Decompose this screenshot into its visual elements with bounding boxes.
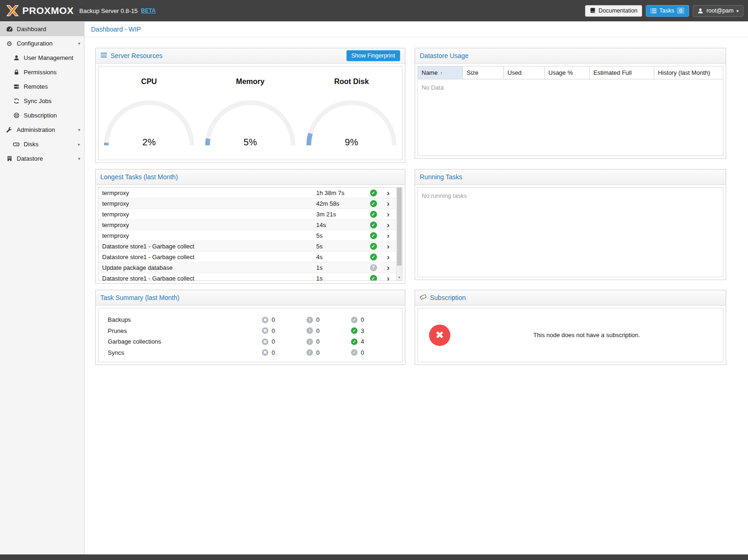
task-name: Update package database [102, 264, 316, 271]
show-fingerprint-button[interactable]: Show Fingerprint [346, 50, 401, 61]
task-row[interactable]: Datastore store1 - Garbage collect1s✓› [98, 273, 396, 280]
sidebar-item-remotes[interactable]: Remotes [0, 79, 84, 94]
scrollbar-thumb[interactable] [397, 188, 402, 266]
building-icon [6, 156, 13, 162]
chevron-right-icon[interactable]: › [380, 189, 396, 197]
longest-tasks-panel: Longest Tasks (last Month) termproxy1h 3… [95, 169, 405, 284]
error-count: 0 [272, 349, 275, 356]
task-duration: 3m 21s [316, 211, 366, 218]
sort-asc-icon: ↑ [440, 70, 443, 76]
sidebar-item-configuration[interactable]: ⚙ Configuration ▾ [0, 36, 84, 51]
page-header: Dashboard - WIP [85, 21, 748, 37]
sidebar-item-user-management[interactable]: User Management [0, 51, 84, 65]
sidebar-item-sync-jobs[interactable]: Sync Jobs [0, 94, 84, 108]
server-resources-panel: Server Resources Show Fingerprint CPU2%M… [95, 48, 405, 163]
life-ring-icon [13, 112, 20, 118]
column-header-history[interactable]: History (last Month) [654, 66, 723, 79]
task-row[interactable]: termproxy14s✓› [98, 220, 396, 230]
ok-count-icon: ✓ [351, 349, 358, 356]
warning-count-icon: ! [306, 327, 313, 334]
gauge-label: Memory [236, 78, 264, 86]
sidebar-item-label: Datastore [17, 155, 43, 162]
summary-row: Garbage collections✖0!0✓4 [98, 336, 402, 347]
column-header-usage[interactable]: Usage % [545, 66, 590, 79]
chevron-right-icon[interactable]: › [380, 274, 396, 281]
sidebar-item-disks[interactable]: Disks ▸ [0, 137, 84, 151]
status-unknown-icon: ? [370, 264, 377, 271]
status-ok-icon: ✓ [370, 189, 377, 196]
gauge-percent: 5% [244, 137, 257, 147]
column-header-estimated-full[interactable]: Estimated Full [590, 66, 654, 79]
sidebar-item-permissions[interactable]: Permissions [0, 65, 84, 79]
user-icon [697, 8, 703, 14]
gauge-arc: 2% [103, 97, 195, 149]
sidebar-item-label: User Management [24, 54, 73, 61]
subscription-body: ✖ This node does not have a subscription… [417, 308, 723, 362]
scrollbar[interactable]: ▼ [396, 188, 402, 280]
task-row[interactable]: termproxy1h 38m 7s✓› [98, 188, 396, 198]
chevron-right-icon[interactable]: › [380, 210, 396, 218]
tachometer-icon [6, 26, 13, 32]
task-duration: 4s [316, 254, 366, 260]
warning-count-icon: ! [306, 349, 313, 356]
task-row[interactable]: termproxy3m 21s✓› [98, 209, 396, 220]
task-row[interactable]: Update package database1s?› [98, 262, 396, 273]
ticket-icon [420, 294, 427, 301]
error-count: 0 [272, 338, 275, 345]
tasks-button[interactable]: Tasks 0 [646, 5, 689, 17]
chevron-right-icon[interactable]: › [380, 253, 396, 261]
no-data-text: No Data [418, 79, 723, 96]
proxmox-logo: PROXMOX [6, 5, 74, 17]
task-name: Datastore store1 - Garbage collect [102, 275, 316, 281]
server-resources-icon [100, 52, 107, 59]
task-row[interactable]: Datastore store1 - Garbage collect5s✓› [98, 241, 396, 252]
topbar: PROXMOX Backup Server 0.8-15 BETA Docume… [0, 0, 748, 21]
chevron-right-icon[interactable]: › [380, 242, 396, 250]
task-list-icon [650, 8, 657, 13]
task-duration: 1h 38m 7s [316, 189, 366, 196]
documentation-label: Documentation [598, 7, 637, 14]
column-header-size[interactable]: Size [463, 66, 504, 79]
task-row[interactable]: Datastore store1 - Garbage collect4s✓› [98, 252, 396, 262]
longest-tasks-list: termproxy1h 38m 7s✓›termproxy42m 58s✓›te… [98, 187, 403, 281]
sidebar-item-dashboard[interactable]: Dashboard [0, 22, 84, 36]
refresh-icon [13, 98, 20, 104]
task-name: termproxy [102, 232, 316, 239]
error-count: 0 [272, 316, 275, 323]
longest-tasks-header: Longest Tasks (last Month) [96, 169, 405, 185]
chevron-right-icon[interactable]: › [380, 264, 396, 272]
subscription-message: This node does not have a subscription. [450, 332, 723, 339]
sidebar-item-subscription[interactable]: Subscription [0, 108, 84, 123]
sidebar-item-label: Disks [24, 141, 39, 148]
task-summary-panel: Task Summary (last Month) Backups✖0!0✓0P… [95, 290, 405, 365]
chevron-right-icon[interactable]: › [380, 221, 396, 229]
task-summary-rows: Backups✖0!0✓0Prunes✖0!0✓3Garbage collect… [98, 308, 403, 362]
panel-title: Running Tasks [420, 173, 462, 181]
sidebar-item-datastore[interactable]: Datastore ▾ [0, 151, 84, 166]
summary-label: Syncs [108, 349, 262, 356]
sidebar-item-administration[interactable]: Administration ▾ [0, 123, 84, 137]
ok-count: 4 [361, 338, 364, 345]
error-count: 0 [272, 327, 275, 334]
chevron-right-icon[interactable]: › [380, 232, 396, 240]
documentation-button[interactable]: Documentation [585, 5, 642, 17]
task-row[interactable]: termproxy42m 58s✓› [98, 198, 396, 209]
topbar-actions: Documentation Tasks 0 root@pam ▾ [585, 5, 743, 17]
caret-right-icon: ▸ [78, 142, 80, 147]
summary-label: Backups [108, 316, 262, 323]
chevron-right-icon[interactable]: › [380, 200, 396, 208]
scrollbar-down-arrow[interactable]: ▼ [397, 274, 402, 280]
ok-count-icon: ✓ [351, 317, 358, 323]
status-ok-icon: ✓ [370, 211, 377, 218]
gauge-label: Root Disk [334, 78, 369, 86]
sidebar-item-label: Dashboard [17, 26, 46, 33]
gauge-arc: 5% [204, 97, 297, 149]
lock-icon [13, 69, 20, 75]
column-header-name[interactable]: Name ↑ [418, 66, 463, 79]
task-duration: 5s [316, 243, 366, 250]
user-menu-button[interactable]: root@pam ▾ [693, 5, 743, 17]
task-row[interactable]: termproxy5s✓› [98, 230, 396, 241]
column-header-used[interactable]: Used [504, 66, 545, 79]
wrench-icon [6, 127, 13, 133]
beta-link[interactable]: BETA [141, 7, 156, 14]
